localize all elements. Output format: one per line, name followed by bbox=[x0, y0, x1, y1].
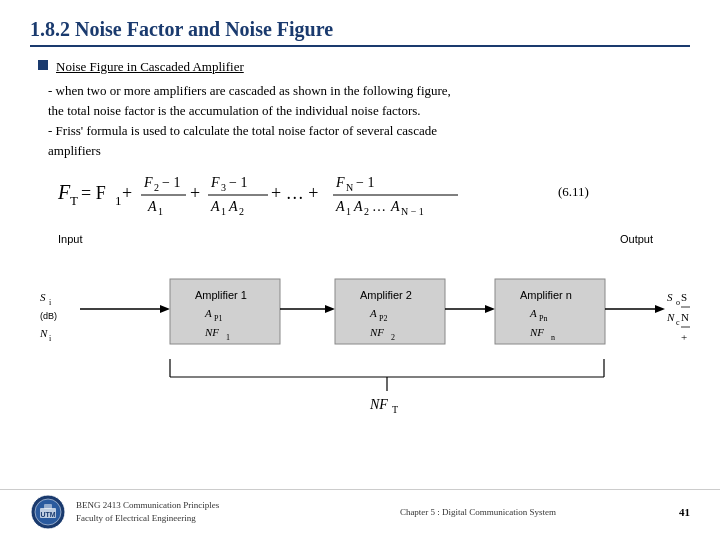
svg-text:Pn: Pn bbox=[539, 314, 547, 323]
svg-text:A: A bbox=[353, 199, 363, 214]
footer-chapter: Chapter 5 : Digital Communication System bbox=[400, 507, 556, 517]
svg-text:2: 2 bbox=[154, 182, 159, 193]
svg-text:(dB): (dB) bbox=[40, 311, 57, 321]
svg-marker-56 bbox=[485, 305, 495, 313]
footer-page-number: 41 bbox=[679, 506, 690, 518]
svg-text:+ … +: + … + bbox=[271, 183, 318, 203]
svg-text:T: T bbox=[392, 404, 398, 415]
svg-marker-40 bbox=[160, 305, 170, 313]
svg-text:2: 2 bbox=[364, 206, 369, 217]
svg-text:S: S bbox=[681, 291, 687, 303]
svg-text:F: F bbox=[57, 181, 71, 203]
svg-text:NF: NF bbox=[369, 397, 388, 412]
svg-text:Output: Output bbox=[620, 233, 653, 245]
title-bar: 1.8.2 Noise Factor and Noise Figure bbox=[30, 18, 690, 47]
svg-text:+ NF: + NF bbox=[681, 331, 690, 343]
svg-text:i: i bbox=[49, 298, 52, 307]
formula-number: (6.11) bbox=[558, 184, 589, 200]
svg-text:2: 2 bbox=[239, 206, 244, 217]
svg-text:N: N bbox=[666, 311, 675, 323]
svg-text:P1: P1 bbox=[214, 314, 222, 323]
svg-text:S: S bbox=[667, 291, 673, 303]
formula-svg: F T = F 1 + F 2 − 1 A 1 + F 3 − 1 A 1 A … bbox=[48, 167, 548, 217]
svg-text:A: A bbox=[369, 307, 377, 319]
svg-text:P2: P2 bbox=[379, 314, 387, 323]
svg-text:A: A bbox=[228, 199, 238, 214]
svg-text:UTM: UTM bbox=[40, 511, 55, 518]
svg-text:N: N bbox=[346, 182, 353, 193]
svg-text:A: A bbox=[529, 307, 537, 319]
svg-text:A: A bbox=[204, 307, 212, 319]
footer-text-block: BENG 2413 Communication Principles Facul… bbox=[76, 499, 277, 524]
svg-text:A: A bbox=[390, 199, 400, 214]
svg-text:F: F bbox=[210, 175, 220, 190]
text-line-4: amplifiers bbox=[48, 141, 690, 161]
svg-text:T: T bbox=[70, 193, 78, 208]
svg-text:S: S bbox=[40, 291, 46, 303]
svg-text:Amplifier 1: Amplifier 1 bbox=[195, 289, 247, 301]
text-line-3: - Friss' formula is used to calculate th… bbox=[48, 121, 690, 141]
svg-text:A: A bbox=[147, 199, 157, 214]
svg-text:+: + bbox=[190, 183, 200, 203]
bullet-icon bbox=[38, 60, 48, 70]
university-logo: UTM bbox=[30, 494, 66, 530]
text-line-2: the total noise factor is the accumulati… bbox=[48, 101, 690, 121]
bullet-heading: Noise Figure in Cascaded Amplifier bbox=[56, 59, 244, 74]
page-title: 1.8.2 Noise Factor and Noise Figure bbox=[30, 18, 333, 40]
bullet-section: Noise Figure in Cascaded Amplifier bbox=[38, 57, 690, 77]
svg-text:n: n bbox=[551, 333, 555, 342]
svg-text:A: A bbox=[335, 199, 345, 214]
svg-text:1: 1 bbox=[158, 206, 163, 217]
bullet-item: Noise Figure in Cascaded Amplifier bbox=[38, 57, 690, 77]
footer-line1: BENG 2413 Communication Principles bbox=[76, 499, 277, 512]
svg-text:…: … bbox=[372, 199, 386, 214]
svg-text:A: A bbox=[210, 199, 220, 214]
svg-text:NF: NF bbox=[529, 326, 544, 338]
svg-text:2: 2 bbox=[391, 333, 395, 342]
footer-line2: Faculty of Electrical Engineering bbox=[76, 512, 277, 525]
svg-text:1: 1 bbox=[226, 333, 230, 342]
svg-marker-48 bbox=[325, 305, 335, 313]
svg-text:− 1: − 1 bbox=[229, 175, 247, 190]
svg-text:− 1: − 1 bbox=[162, 175, 180, 190]
svg-text:1: 1 bbox=[221, 206, 226, 217]
svg-text:1: 1 bbox=[115, 193, 122, 208]
svg-text:= F: = F bbox=[81, 183, 106, 203]
svg-text:− 1: − 1 bbox=[356, 175, 374, 190]
svg-text:N − 1: N − 1 bbox=[401, 206, 424, 217]
footer: UTM BENG 2413 Communication Principles F… bbox=[0, 489, 720, 530]
svg-text:3: 3 bbox=[221, 182, 226, 193]
svg-text:N: N bbox=[681, 311, 689, 323]
svg-marker-64 bbox=[655, 305, 665, 313]
svg-rect-86 bbox=[44, 504, 52, 509]
svg-text:1: 1 bbox=[346, 206, 351, 217]
svg-text:Amplifier n: Amplifier n bbox=[520, 289, 572, 301]
svg-text:F: F bbox=[143, 175, 153, 190]
svg-text:Amplifier 2: Amplifier 2 bbox=[360, 289, 412, 301]
text-line-1: - when two or more amplifiers are cascad… bbox=[48, 81, 690, 101]
svg-text:Input: Input bbox=[58, 233, 82, 245]
slide: 1.8.2 Noise Factor and Noise Figure Nois… bbox=[0, 0, 720, 540]
footer-center: Chapter 5 : Digital Communication System bbox=[277, 507, 679, 517]
cascade-diagram: Input Output S i (dB) N i Amplifier 1 A … bbox=[30, 229, 690, 424]
svg-text:NF: NF bbox=[369, 326, 384, 338]
diagram-area: Input Output S i (dB) N i Amplifier 1 A … bbox=[30, 229, 690, 429]
text-block: - when two or more amplifiers are cascad… bbox=[48, 81, 690, 162]
svg-text:c: c bbox=[676, 318, 680, 327]
svg-text:NF: NF bbox=[204, 326, 219, 338]
svg-text:N: N bbox=[39, 327, 48, 339]
svg-text:i: i bbox=[49, 334, 52, 343]
formula-row: F T = F 1 + F 2 − 1 A 1 + F 3 − 1 A 1 A … bbox=[48, 167, 690, 217]
svg-text:F: F bbox=[335, 175, 345, 190]
svg-text:+: + bbox=[122, 183, 132, 203]
svg-text:o: o bbox=[676, 298, 680, 307]
